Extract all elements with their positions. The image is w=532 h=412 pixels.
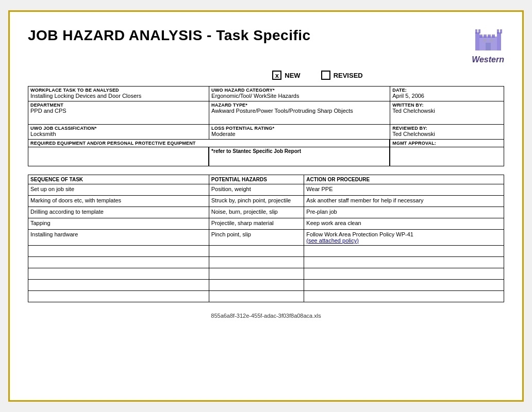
haz-cell: Position, weight xyxy=(209,184,304,196)
required-equipment-cell: REQUIRED EQUIPMENT AND/OR PERSONAL PROTE… xyxy=(28,140,390,147)
table-row xyxy=(28,257,504,268)
seq-cell: Marking of doors etc, with templates xyxy=(28,196,209,207)
col-act-header: ACTION OR PROCEDURE xyxy=(304,175,504,184)
svg-rect-10 xyxy=(492,35,495,38)
table-row xyxy=(28,280,504,291)
table-row: Installing hardwarePinch point, slipFoll… xyxy=(28,230,504,246)
haz-cell xyxy=(209,257,304,268)
table-row: Drilling according to templateNoise, bur… xyxy=(28,207,504,218)
uwo-job-value: Locksmith xyxy=(30,131,207,138)
haz-cell xyxy=(209,280,304,291)
title-block: JOB HAZARD ANALYSIS - Task Specific xyxy=(28,27,311,44)
svg-rect-13 xyxy=(490,39,493,42)
act-cell xyxy=(304,280,504,291)
act-cell: Follow Work Area Protection Policy WP-41… xyxy=(304,230,504,246)
seq-cell xyxy=(28,246,209,257)
form-row-1: WORKPLACE TASK TO BE ANALYSED Installing… xyxy=(28,86,504,101)
seq-cell: Set up on job site xyxy=(28,184,209,196)
seq-cell xyxy=(28,280,209,291)
haz-cell xyxy=(209,291,304,302)
table-row xyxy=(28,268,504,280)
revised-checkbox xyxy=(321,71,330,80)
svg-rect-7 xyxy=(479,35,483,38)
haz-cell: Struck by, pinch point, projectile xyxy=(209,196,304,207)
required-equipment-value-cell xyxy=(28,147,209,166)
act-cell: Ask another staff member for help if nec… xyxy=(304,196,504,207)
seq-cell xyxy=(28,291,209,302)
loss-potential-cell: LOSS POTENTIAL RATING* Moderate xyxy=(209,125,390,139)
date-label: DATE: xyxy=(392,88,502,93)
revised-label: REVISED xyxy=(334,72,363,79)
haz-cell: Noise, burn, projectile, slip xyxy=(209,207,304,218)
haz-cell: Pinch point, slip xyxy=(209,230,304,246)
department-label: DEPARTMENT xyxy=(30,102,207,108)
written-by-value: Ted Chelchowski xyxy=(392,108,502,115)
logo-text: Western xyxy=(472,55,504,64)
date-value: April 5, 2006 xyxy=(392,93,502,100)
hazard-type-label: HAZARD TYPE* xyxy=(211,102,388,108)
svg-rect-1 xyxy=(497,32,501,50)
mgmt-approval-value xyxy=(392,148,502,156)
logo-block: Western xyxy=(472,27,504,64)
uwo-hazard-value: Ergonomic/Tool/ WorkSite Hazards xyxy=(211,93,388,100)
seq-cell: Tapping xyxy=(28,218,209,230)
act-cell: Pre-plan job xyxy=(304,207,504,218)
hazard-type-value: Awkward Posture/Power Tools/Protruding S… xyxy=(211,108,388,123)
table-row: Marking of doors etc, with templatesStru… xyxy=(28,196,504,207)
act-cell xyxy=(304,268,504,280)
col-seq-header: SEQUENCE OF TASK xyxy=(28,175,209,184)
haz-cell xyxy=(209,268,304,280)
svg-rect-3 xyxy=(478,29,480,33)
castle-icon xyxy=(473,27,504,53)
task-table: SEQUENCE OF TASK POTENTIAL HAZARDS ACTIO… xyxy=(28,175,504,302)
svg-rect-4 xyxy=(497,29,499,33)
workplace-task-value: Installing Locking Devices and Door Clos… xyxy=(30,93,207,100)
form-row-4: REQUIRED EQUIPMENT AND/OR PERSONAL PROTE… xyxy=(28,139,504,147)
act-cell: Keep work area clean xyxy=(304,218,504,230)
act-cell xyxy=(304,291,504,302)
workplace-task-label: WORKPLACE TASK TO BE ANALYSED xyxy=(30,88,207,93)
new-label: NEW xyxy=(285,72,300,79)
loss-potential-value: Moderate xyxy=(211,131,388,138)
svg-rect-12 xyxy=(483,39,487,42)
reviewed-by-value: Ted Chelchowski xyxy=(392,131,502,138)
table-row: TappingProjectile, sharp materialKeep wo… xyxy=(28,218,504,230)
form-row-2: DEPARTMENT PPD and CPS HAZARD TYPE* Awkw… xyxy=(28,101,504,124)
policy-link[interactable]: (see attached policy) xyxy=(306,237,359,244)
act-cell xyxy=(304,257,504,268)
status-revised: REVISED xyxy=(321,71,363,80)
stantec-note-cell: *refer to Stantec Specific Job Report xyxy=(209,147,390,166)
table-row: Set up on job sitePosition, weightWear P… xyxy=(28,184,504,196)
written-by-cell: WRITTEN BY: Ted Chelchowski xyxy=(390,101,504,124)
uwo-hazard-cell: UWO HAZARD CATEGORY* Ergonomic/Tool/ Wor… xyxy=(209,87,390,101)
page-title: JOB HAZARD ANALYSIS - Task Specific xyxy=(28,27,311,44)
department-cell: DEPARTMENT PPD and CPS xyxy=(28,101,209,124)
col-haz-header: POTENTIAL HAZARDS xyxy=(209,175,304,184)
form-row-4b: *refer to Stantec Specific Job Report xyxy=(28,147,504,166)
seq-cell: Installing hardware xyxy=(28,230,209,246)
department-value: PPD and CPS xyxy=(30,108,207,115)
mgmt-approval-label: MGMT APPROVAL: xyxy=(392,141,502,146)
table-row xyxy=(28,246,504,257)
svg-rect-9 xyxy=(488,35,491,38)
svg-rect-5 xyxy=(500,29,502,33)
svg-rect-8 xyxy=(484,35,487,38)
seq-cell xyxy=(28,257,209,268)
written-by-label: WRITTEN BY: xyxy=(392,102,502,108)
stantec-note: *refer to Stantec Specific Job Report xyxy=(211,148,387,156)
seq-cell xyxy=(28,268,209,280)
haz-cell xyxy=(209,246,304,257)
required-equipment-value xyxy=(30,148,206,156)
table-header-row: SEQUENCE OF TASK POTENTIAL HAZARDS ACTIO… xyxy=(28,175,504,184)
svg-rect-11 xyxy=(486,43,491,50)
reviewed-by-cell: REVIEWED BY: Ted Chelchowski xyxy=(390,125,504,139)
svg-rect-0 xyxy=(475,32,479,50)
status-row: x NEW REVISED xyxy=(28,71,504,80)
date-cell: DATE: April 5, 2006 xyxy=(390,87,504,101)
form-row-3: UWO JOB CLASSIFICATION* Locksmith LOSS P… xyxy=(28,124,504,139)
header-row: JOB HAZARD ANALYSIS - Task Specific xyxy=(28,27,504,64)
uwo-job-cell: UWO JOB CLASSIFICATION* Locksmith xyxy=(28,125,209,139)
haz-cell: Projectile, sharp material xyxy=(209,218,304,230)
workplace-task-cell: WORKPLACE TASK TO BE ANALYSED Installing… xyxy=(28,87,209,101)
uwo-hazard-label: UWO HAZARD CATEGORY* xyxy=(211,88,388,93)
